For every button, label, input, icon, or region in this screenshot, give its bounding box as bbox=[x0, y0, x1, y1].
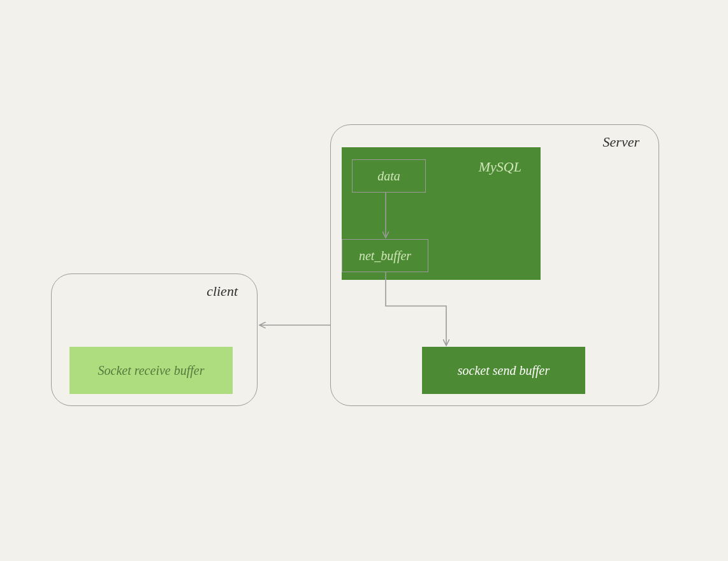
data-box: data bbox=[352, 159, 426, 193]
socket-receive-label: Socket receive buffer bbox=[98, 363, 205, 378]
mysql-label: MySQL bbox=[479, 159, 521, 175]
net-buffer-box: net_buffer bbox=[342, 239, 428, 272]
diagram-canvas: Server MySQL data net_buffer socket send… bbox=[0, 0, 728, 561]
socket-send-buffer-box: socket send buffer bbox=[422, 347, 585, 394]
net-buffer-label: net_buffer bbox=[359, 249, 411, 263]
data-box-label: data bbox=[377, 169, 400, 184]
socket-receive-buffer-box: Socket receive buffer bbox=[69, 347, 233, 394]
server-label: Server bbox=[603, 134, 639, 150]
client-label: client bbox=[207, 283, 238, 300]
socket-send-label: socket send buffer bbox=[458, 363, 550, 378]
